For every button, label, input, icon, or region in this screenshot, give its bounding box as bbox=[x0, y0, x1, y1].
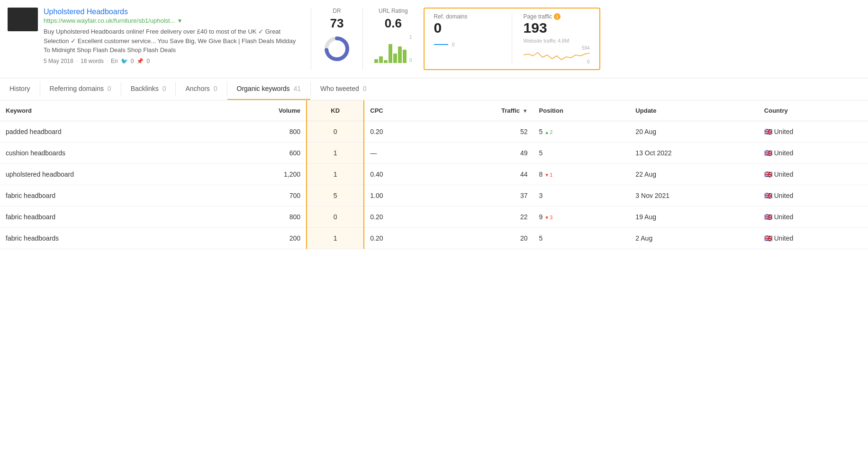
cell-volume: 800 bbox=[216, 206, 307, 228]
cell-update: 2 Aug bbox=[630, 228, 758, 249]
cell-cpc: — bbox=[364, 143, 431, 164]
cell-country: 🇬🇧 United bbox=[759, 185, 868, 206]
col-cpc[interactable]: CPC bbox=[364, 100, 431, 121]
metrics-section: DR 73 URL Rating 0.6 bbox=[311, 8, 868, 70]
cell-cpc: 0.20 bbox=[364, 121, 431, 143]
col-country[interactable]: Country bbox=[759, 100, 868, 121]
cell-traffic: 20 bbox=[431, 228, 533, 249]
col-kd[interactable]: KD bbox=[307, 100, 364, 121]
cell-cpc: 1.00 bbox=[364, 185, 431, 206]
cell-traffic: 52 bbox=[431, 121, 533, 143]
position-down-icon: ▼ bbox=[544, 215, 549, 220]
twitter-icon: 🐦 bbox=[121, 58, 128, 64]
ur-chart: 1 0 bbox=[374, 35, 412, 63]
ref-domains-value: 0 bbox=[434, 20, 500, 36]
cell-kd: 1 bbox=[307, 164, 364, 185]
col-update[interactable]: Update bbox=[630, 100, 758, 121]
page-traffic-chart: 594 0 bbox=[524, 45, 590, 64]
info-icon[interactable]: i bbox=[554, 13, 561, 20]
cell-keyword[interactable]: fabric headboard bbox=[0, 206, 216, 228]
col-keyword[interactable]: Keyword bbox=[0, 100, 216, 121]
cell-volume: 800 bbox=[216, 121, 307, 143]
tab-referring-domains[interactable]: Referring domains 0 bbox=[40, 78, 121, 100]
col-position[interactable]: Position bbox=[533, 100, 630, 121]
cell-position: 5 ▲2 bbox=[533, 121, 630, 143]
page-details: Upholstered Headboards https://www.wayfa… bbox=[44, 8, 301, 70]
cell-country: 🇬🇧 United bbox=[759, 143, 868, 164]
cell-position: 9 ▼3 bbox=[533, 206, 630, 228]
col-volume[interactable]: Volume bbox=[216, 100, 307, 121]
page-description: Buy Upholstered Headboards online! Free … bbox=[44, 27, 301, 55]
ref-domains-line bbox=[434, 44, 448, 45]
cell-cpc: 0.20 bbox=[364, 206, 431, 228]
cell-kd: 0 bbox=[307, 206, 364, 228]
cell-keyword[interactable]: padded headboard bbox=[0, 121, 216, 143]
cell-volume: 600 bbox=[216, 143, 307, 164]
cell-keyword[interactable]: cushion headboards bbox=[0, 143, 216, 164]
col-traffic[interactable]: Traffic ▼ bbox=[431, 100, 533, 121]
cell-position: 8 ▼1 bbox=[533, 164, 630, 185]
cell-update: 3 Nov 2021 bbox=[630, 185, 758, 206]
cell-country: 🇬🇧 United bbox=[759, 121, 868, 143]
cell-traffic: 49 bbox=[431, 143, 533, 164]
cell-kd: 1 bbox=[307, 228, 364, 249]
keywords-table: Keyword Volume KD CPC Traffic ▼ Position bbox=[0, 100, 868, 249]
cell-update: 13 Oct 2022 bbox=[630, 143, 758, 164]
page-meta: 5 May 2018 · 18 words · En 🐦 0 📌 0 bbox=[44, 58, 301, 64]
cell-keyword[interactable]: upholstered headboard bbox=[0, 164, 216, 185]
dr-label: DR bbox=[333, 8, 341, 14]
cell-volume: 700 bbox=[216, 185, 307, 206]
thumbnail bbox=[8, 8, 38, 31]
cell-country: 🇬🇧 United bbox=[759, 228, 868, 249]
cell-update: 20 Aug bbox=[630, 121, 758, 143]
ref-domains-label: Ref. domains bbox=[434, 13, 500, 20]
dr-value: 73 bbox=[330, 16, 344, 31]
cell-keyword[interactable]: fabric headboard bbox=[0, 185, 216, 206]
pinterest-icon: 📌 bbox=[136, 58, 144, 64]
table-row: upholstered headboard1,20010.40448 ▼122 … bbox=[0, 164, 868, 185]
keywords-table-section: Keyword Volume KD CPC Traffic ▼ Position bbox=[0, 100, 868, 249]
cell-position: 3 bbox=[533, 185, 630, 206]
page-info: Upholstered Headboards https://www.wayfa… bbox=[8, 8, 311, 70]
traffic-sort-icon: ▼ bbox=[523, 108, 528, 114]
tab-who-tweeted[interactable]: Who tweeted 0 bbox=[311, 78, 376, 100]
cell-kd: 5 bbox=[307, 185, 364, 206]
cell-traffic: 22 bbox=[431, 206, 533, 228]
page-url[interactable]: https://www.wayfair.co.uk/furniture/sb1/… bbox=[44, 17, 301, 24]
dr-metric: DR 73 bbox=[311, 8, 362, 70]
page-title[interactable]: Upholstered Headboards bbox=[44, 8, 301, 16]
cell-traffic: 44 bbox=[431, 164, 533, 185]
top-section: Upholstered Headboards https://www.wayfa… bbox=[0, 0, 868, 78]
cell-keyword[interactable]: fabric headboards bbox=[0, 228, 216, 249]
tab-history[interactable]: History bbox=[0, 78, 40, 100]
ref-domains-metric: Ref. domains 0 0 bbox=[434, 13, 500, 64]
cell-country: 🇬🇧 United bbox=[759, 164, 868, 185]
tab-anchors[interactable]: Anchors 0 bbox=[176, 78, 226, 100]
cell-traffic: 37 bbox=[431, 185, 533, 206]
cell-cpc: 0.20 bbox=[364, 228, 431, 249]
metric-divider bbox=[512, 13, 512, 64]
position-down-icon: ▼ bbox=[544, 172, 549, 178]
position-change: 2 bbox=[550, 129, 552, 135]
position-up-icon: ▲ bbox=[544, 130, 549, 135]
cell-kd: 0 bbox=[307, 121, 364, 143]
table-row: fabric headboard80000.20229 ▼319 Aug🇬🇧 U… bbox=[0, 206, 868, 228]
ur-value: 0.6 bbox=[385, 16, 402, 31]
cell-update: 22 Aug bbox=[630, 164, 758, 185]
tab-organic-keywords[interactable]: Organic keywords 41 bbox=[227, 78, 311, 100]
page-traffic-label: Page traffic i bbox=[524, 13, 590, 20]
dr-chart bbox=[323, 35, 351, 63]
website-traffic-label: Website traffic 4.8M bbox=[524, 38, 590, 44]
ur-label: URL Rating bbox=[379, 8, 408, 14]
cell-position: 5 bbox=[533, 143, 630, 164]
position-change: 3 bbox=[550, 215, 552, 220]
cell-volume: 1,200 bbox=[216, 164, 307, 185]
page-traffic-value: 193 bbox=[524, 20, 590, 36]
table-row: cushion headboards6001—49513 Oct 2022🇬🇧 … bbox=[0, 143, 868, 164]
ref-domains-chart: 0 bbox=[434, 42, 500, 47]
url-dropdown-icon[interactable]: ▼ bbox=[177, 18, 182, 24]
cell-position: 5 bbox=[533, 228, 630, 249]
table-row: fabric headboards20010.202052 Aug🇬🇧 Unit… bbox=[0, 228, 868, 249]
tab-backlinks[interactable]: Backlinks 0 bbox=[121, 78, 176, 100]
cell-update: 19 Aug bbox=[630, 206, 758, 228]
